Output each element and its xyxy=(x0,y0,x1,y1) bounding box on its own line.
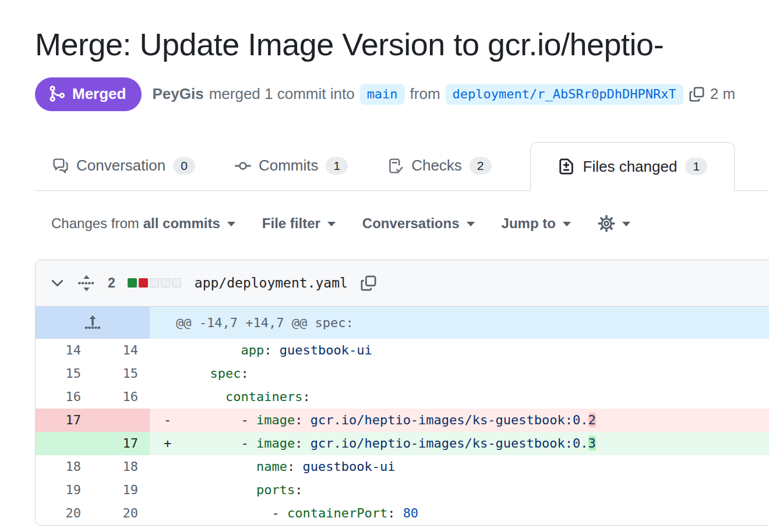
old-line-number[interactable]: 18 xyxy=(36,455,93,478)
tab-counter: 2 xyxy=(470,157,492,175)
code-segment-plain: : xyxy=(387,506,403,520)
caret-down-icon xyxy=(467,222,475,226)
code-segment-val: 2 xyxy=(588,413,596,427)
old-line-number[interactable]: 14 xyxy=(36,339,93,362)
code-segment-plain: : xyxy=(241,366,248,381)
collapse-file-chevron[interactable] xyxy=(50,275,65,291)
diff-row-context: 1818 name: guestbook-ui xyxy=(36,455,769,478)
diffstat-square-neutral xyxy=(172,278,181,288)
merge-action-text: merged 1 commit into xyxy=(209,85,355,103)
old-line-number[interactable] xyxy=(36,432,93,455)
changes-from-value: all commits xyxy=(143,215,220,232)
copy-branch-icon[interactable] xyxy=(689,86,705,102)
old-line-number[interactable]: 20 xyxy=(36,502,93,525)
code-segment-key: spec xyxy=(210,366,241,381)
code-segment-num: 80 xyxy=(403,506,419,520)
tab-counter: 1 xyxy=(685,158,707,175)
diffstat-square-deleted xyxy=(139,278,148,288)
merge-timestamp: 2 m xyxy=(710,85,735,103)
merged-status-label: Merged xyxy=(72,85,126,103)
jump-to-dropdown[interactable]: Jump to xyxy=(502,215,571,232)
copy-file-path-icon[interactable] xyxy=(360,275,377,292)
tab-commits[interactable]: Commits 1 xyxy=(222,141,361,190)
old-line-number[interactable]: 17 xyxy=(36,409,93,432)
code-segment-plain: : xyxy=(295,413,311,427)
diff-settings-dropdown[interactable] xyxy=(598,215,630,232)
code-line: ports: xyxy=(150,478,769,502)
code-line: - containerPort: 80 xyxy=(150,502,769,525)
diffstat[interactable] xyxy=(128,278,181,288)
code-segment-val: guestbook-ui xyxy=(280,343,372,357)
conversations-label: Conversations xyxy=(362,215,460,232)
line-indent xyxy=(164,366,210,381)
changes-from-label: Changes from xyxy=(51,215,139,232)
tab-label: Files changed xyxy=(583,158,678,176)
code-segment-key: containers xyxy=(225,389,302,404)
diffstat-square-neutral xyxy=(150,278,159,288)
new-line-number[interactable]: 19 xyxy=(93,478,150,502)
code-segment-plain: - xyxy=(241,413,256,427)
new-line-number[interactable]: 20 xyxy=(93,502,150,525)
old-line-number[interactable]: 16 xyxy=(36,385,93,409)
code-segment-key: app xyxy=(241,343,264,357)
code-segment-key: image xyxy=(256,413,295,427)
line-indent xyxy=(164,506,271,520)
code-segment-val: gcr.io/heptio-images/ks-guestbook:0. xyxy=(311,436,588,451)
file-filter-dropdown[interactable]: File filter xyxy=(262,215,336,232)
tab-files-changed[interactable]: Files changed 1 xyxy=(530,142,735,191)
hunk-header-text: @@ -14,7 +14,7 @@ spec: xyxy=(150,307,769,339)
code-segment-plain: : xyxy=(295,436,311,451)
diff-toolbar: Changes from all commits File filter Con… xyxy=(35,211,769,236)
code-line: app: guestbook-ui xyxy=(150,339,769,362)
checklist-icon xyxy=(387,158,404,174)
old-line-number[interactable]: 15 xyxy=(36,362,93,385)
code-segment-key: name xyxy=(256,459,287,474)
code-segment-plain: : xyxy=(295,483,302,497)
line-indent xyxy=(164,389,225,404)
diff-row-del: 17- - image: gcr.io/heptio-images/ks-gue… xyxy=(36,409,769,432)
file-name-link[interactable]: app/deployment.yaml xyxy=(195,275,348,290)
code-segment-key: containerPort xyxy=(287,506,387,520)
diff-sign: + xyxy=(164,436,241,451)
pr-title: Merge: Update Image Version to gcr.io/he… xyxy=(35,26,769,63)
code-segment-plain: - xyxy=(241,436,256,451)
tab-counter: 1 xyxy=(326,157,348,175)
git-merge-icon xyxy=(48,85,66,102)
expand-up-button[interactable] xyxy=(36,307,150,339)
new-line-number[interactable]: 17 xyxy=(93,432,150,455)
diff-row-context: 1414 app: guestbook-ui xyxy=(36,339,769,362)
new-line-number[interactable] xyxy=(93,409,150,432)
hunk-row: @@ -14,7 +14,7 @@ spec: xyxy=(36,307,769,339)
author-link[interactable]: PeyGis xyxy=(152,85,203,103)
head-branch-label[interactable]: deployment/r_AbSRr0pDhDHPNRxT xyxy=(446,84,683,105)
code-segment-val: gcr.io/heptio-images/ks-guestbook:0. xyxy=(311,413,588,427)
changes-from-dropdown[interactable]: Changes from all commits xyxy=(51,215,235,232)
conversations-dropdown[interactable]: Conversations xyxy=(362,215,475,232)
code-segment-plain: : xyxy=(287,459,303,474)
new-line-number[interactable]: 16 xyxy=(93,385,150,409)
tab-checks[interactable]: Checks 2 xyxy=(375,141,504,190)
code-line: name: guestbook-ui xyxy=(150,455,769,478)
code-line: - - image: gcr.io/heptio-images/ks-guest… xyxy=(150,409,769,432)
caret-down-icon xyxy=(327,222,336,226)
code-segment-val: guestbook-ui xyxy=(302,459,395,474)
new-line-number[interactable]: 15 xyxy=(93,362,150,385)
diff-row-context: 2020 - containerPort: 80 xyxy=(36,502,769,525)
caret-down-icon xyxy=(563,222,571,226)
new-line-number[interactable]: 14 xyxy=(93,339,150,362)
code-segment-key: ports xyxy=(256,483,295,497)
jump-to-label: Jump to xyxy=(502,215,556,232)
file-changes-count: 2 xyxy=(108,275,115,291)
drag-handle-icon[interactable] xyxy=(77,274,96,292)
line-indent xyxy=(164,343,241,357)
old-line-number[interactable]: 19 xyxy=(36,478,93,502)
gear-icon xyxy=(598,215,615,232)
pull-request-page: Merge: Update Image Version to gcr.io/he… xyxy=(0,26,769,526)
tab-conversation[interactable]: Conversation 0 xyxy=(40,141,208,190)
tab-label: Checks xyxy=(411,157,462,175)
diff-row-context: 1515 spec: xyxy=(36,362,769,385)
base-branch-label[interactable]: main xyxy=(360,84,405,105)
code-segment-val: 3 xyxy=(588,436,596,451)
new-line-number[interactable]: 18 xyxy=(93,455,150,478)
file-header: 2 app/deployment.yaml xyxy=(36,260,769,307)
